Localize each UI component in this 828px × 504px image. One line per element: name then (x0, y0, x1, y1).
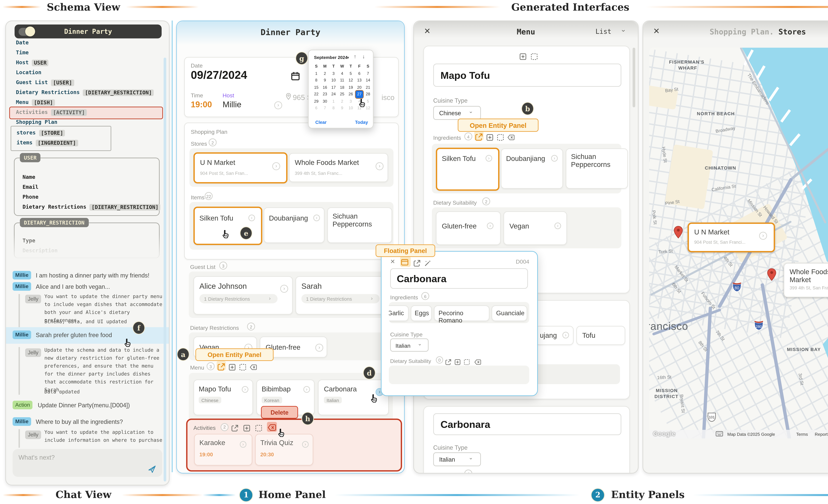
dish-name-input[interactable]: Carbonara (433, 413, 621, 435)
ingredient-card-partial[interactable]: Tofu (576, 326, 625, 345)
calendar-day[interactable]: 6 (356, 70, 363, 77)
map-pin-un-market[interactable] (673, 225, 684, 239)
calendar-day[interactable]: 10 (330, 77, 337, 84)
chevron-right-icon[interactable]: › (302, 441, 309, 448)
schema-row-dietary-restrictions[interactable]: Dietary Restrictions [DIETARY_RESTRICTIO… (16, 89, 154, 95)
calendar-day[interactable]: 15 (313, 84, 320, 91)
calendar-day-selected[interactable]: 27 (356, 91, 363, 98)
calendar-day[interactable]: 21 (364, 84, 372, 91)
calendar-day[interactable]: 5 (347, 70, 355, 77)
calendar-day[interactable]: 3 (330, 70, 337, 77)
schema-field-email[interactable]: Email (23, 184, 38, 190)
ingredient-card-sichuan-peppercorns[interactable]: Sichuan Peppercorns (566, 149, 628, 189)
guest-card-sarah[interactable]: Sarah 1 Dietary Restrictions › (295, 276, 395, 314)
open-entity-panel-icon[interactable] (413, 258, 421, 265)
chevron-right-icon[interactable]: › (242, 386, 248, 393)
view-selector[interactable]: List (595, 28, 611, 35)
close-icon[interactable]: ✕ (424, 27, 430, 36)
ingredient-card-silken-tofu[interactable]: Silken Tofu › (436, 148, 499, 191)
guest-dietary-pill[interactable]: 1 Dietary Restrictions › (301, 294, 379, 303)
chat-message[interactable]: Where to buy all the ingredients? (36, 419, 123, 425)
chevron-right-icon[interactable]: › (551, 155, 558, 162)
chat-action-message[interactable]: Update Dinner Party(menu.[D004]) (38, 402, 130, 409)
keyboard-icon[interactable] (715, 431, 723, 436)
calendar-day[interactable]: 9 (321, 77, 329, 84)
time-value[interactable]: 19:00 (191, 100, 212, 109)
calendar-clear-button[interactable]: Clear (315, 120, 327, 125)
close-icon[interactable]: ✕ (653, 27, 660, 36)
chevron-right-icon[interactable]: › (759, 232, 767, 240)
scrollbar[interactable] (632, 48, 635, 107)
schema-row-stores[interactable]: stores [STORE] (16, 130, 65, 136)
schema-row-date[interactable]: Date (16, 40, 29, 46)
calendar-day[interactable]: 7 (321, 104, 329, 112)
select-icon[interactable] (464, 355, 470, 362)
calendar-day[interactable]: 19 (347, 84, 355, 91)
chevron-right-icon[interactable]: › (563, 332, 569, 338)
chevron-right-icon[interactable]: › (486, 155, 492, 162)
calendar-day[interactable]: 3 (347, 98, 355, 104)
store-card-whole-foods[interactable]: Whole Foods Market › 399 4th St, San Fra… (289, 153, 388, 182)
report-map-error-link[interactable]: Report a map error (815, 432, 828, 436)
select-icon[interactable] (255, 423, 262, 430)
schema-row-items[interactable]: items [INGREDIENT] (16, 140, 78, 146)
dietary-card-vegan[interactable]: Vegan › (503, 211, 567, 245)
send-icon[interactable] (148, 465, 156, 473)
chevron-right-icon[interactable]: › (313, 215, 320, 221)
item-card-doubanjiang[interactable]: Doubanjiang › (264, 207, 325, 243)
scrollbar[interactable] (164, 57, 166, 481)
calendar-day[interactable]: 10 (347, 104, 355, 112)
item-card-sichuan-peppercorns[interactable]: Sichuan Peppercorns (327, 207, 392, 243)
add-icon[interactable] (229, 362, 236, 369)
chevron-right-icon[interactable]: › (272, 162, 280, 170)
host-value[interactable]: Millie (222, 100, 242, 109)
select-icon[interactable] (239, 362, 246, 369)
calendar-next-icon[interactable]: ↓ (362, 54, 365, 59)
map-card-un-market[interactable]: U N Market › 904 Post St, San Franci... (688, 222, 775, 252)
schema-field-phone[interactable]: Phone (23, 194, 38, 200)
calendar-icon[interactable] (291, 72, 300, 81)
calendar-day[interactable]: 6 (313, 104, 320, 112)
calendar-day[interactable]: 26 (347, 91, 355, 98)
chevron-right-icon[interactable]: › (487, 222, 494, 229)
chevron-right-icon[interactable]: › (274, 101, 282, 109)
delete-icon[interactable] (250, 362, 257, 369)
dock-panel-icon[interactable] (400, 256, 411, 267)
chevron-right-icon[interactable]: › (248, 215, 255, 221)
add-icon[interactable] (243, 423, 250, 430)
chevron-right-icon[interactable]: › (240, 441, 246, 448)
chat-message-highlighted[interactable]: Sarah prefer gluten free food (36, 332, 112, 338)
calendar-day[interactable]: 12 (347, 77, 355, 84)
chat-input[interactable]: What's next? (12, 449, 162, 477)
schema-row-guest-list[interactable]: Guest List [USER] (16, 80, 74, 85)
chevron-right-icon[interactable]: › (280, 285, 288, 293)
calendar-day[interactable]: 14 (364, 77, 372, 84)
schema-field-name[interactable]: Name (23, 174, 35, 180)
calendar-day[interactable]: 22 (313, 91, 320, 98)
dish-name-input[interactable]: Mapo Tofu (433, 64, 621, 87)
calendar-today-button[interactable]: Today (355, 120, 368, 125)
chevron-right-icon[interactable]: › (376, 162, 383, 170)
schema-row-menu[interactable]: Menu [DISH] (16, 99, 55, 105)
schema-row-location[interactable]: Location (16, 70, 41, 76)
guest-card-alice[interactable]: Alice Johnson 1 Dietary Restrictions › › (194, 276, 293, 314)
store-card-un-market[interactable]: U N Market › 904 Post St, San Fran... (194, 152, 288, 183)
ingredient-chip[interactable]: Garlic (389, 305, 409, 321)
date-value[interactable]: 09/27/2024 (191, 69, 247, 82)
schema-row-activities[interactable]: Activities [ACTIVITY] (16, 109, 87, 115)
ingredient-card-doubanjiang[interactable]: Doubanjiang › (501, 149, 563, 189)
delete-icon[interactable] (507, 132, 515, 139)
select-icon[interactable] (497, 132, 504, 139)
calendar-day[interactable]: 29 (313, 98, 320, 104)
dish-name-input[interactable]: Carbonara (390, 268, 528, 289)
cuisine-select[interactable]: Italian › (390, 338, 428, 352)
schema-row-shopping-plan[interactable]: Shopping Plan (16, 119, 57, 125)
empty-field[interactable] (389, 366, 529, 384)
schema-field-user-dietary[interactable]: Dietary Restrictions [DIETARY_RESTRICTIO… (23, 204, 161, 210)
dish-card-mapo-tofu[interactable]: Mapo Tofu › Chinese (194, 379, 253, 415)
calendar-day[interactable]: 18 (338, 84, 346, 91)
chevron-right-icon[interactable]: › (554, 222, 561, 229)
calendar-day[interactable]: 28 (364, 91, 372, 98)
terms-link[interactable]: Terms (796, 432, 808, 436)
chevron-down-icon[interactable]: › (620, 30, 627, 32)
